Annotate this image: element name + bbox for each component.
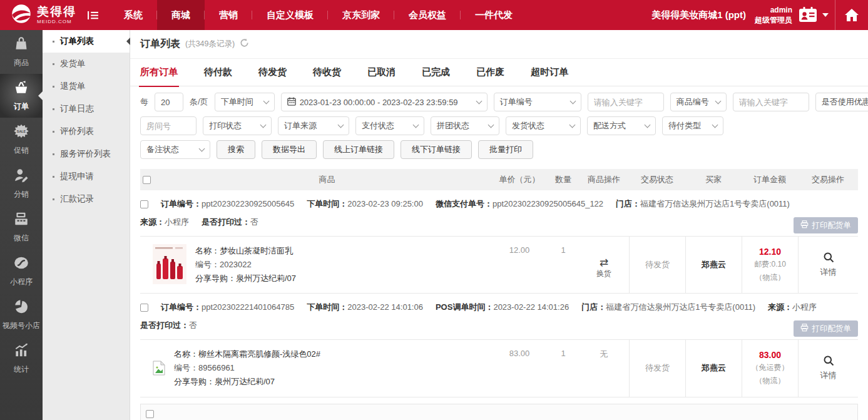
chevron-down-icon (199, 145, 205, 151)
nav-item-member-benefits[interactable]: 会员权益 (394, 0, 461, 30)
nav-item-mall[interactable]: 商城 (157, 0, 205, 30)
export-button[interactable]: 数据导出 (262, 140, 317, 159)
offline-order-link-button[interactable]: 线下订单链接 (401, 140, 472, 159)
tab-completed[interactable]: 已完成 (422, 59, 450, 86)
store-field: 门店：福建省万信达泉州万达店1号专卖店(0011) (581, 302, 755, 313)
nav-item-system[interactable]: 系统 (110, 0, 157, 30)
broken-image-icon[interactable] (153, 361, 165, 376)
swap-goods-action[interactable]: ⇄ 换货 (579, 237, 629, 293)
tab-voided[interactable]: 已作废 (476, 59, 504, 86)
row-checkbox[interactable] (140, 200, 148, 208)
order-detail-action[interactable]: 详情 (798, 237, 858, 293)
person-pencil-icon (13, 167, 29, 186)
chevron-down-icon (569, 98, 576, 104)
home-icon[interactable] (835, 0, 868, 30)
sidebar-item-orders[interactable]: 订单 (0, 74, 43, 118)
print-status-select[interactable]: 打印状态 (203, 116, 272, 135)
print-pick-list-button[interactable]: 打印配货单 (794, 217, 859, 233)
submenu-item-return-list[interactable]: 退货单 (43, 75, 130, 98)
menu-collapse-icon[interactable] (88, 11, 98, 20)
col-trade-status: 交易状态 (629, 174, 685, 185)
room-no-input[interactable] (146, 121, 190, 131)
tab-all-orders[interactable]: 所有订单 (140, 59, 178, 86)
brand-logo[interactable]: 美得得 MEIDD.COM (0, 3, 85, 28)
sidebar-item-statistics[interactable]: 统计 (0, 337, 43, 381)
pay-type-select[interactable]: 待付类型 (662, 116, 723, 135)
tab-cancelled[interactable]: 已取消 (367, 59, 396, 86)
id-card-icon[interactable] (799, 7, 817, 23)
order-amount: 83.00 (759, 350, 781, 360)
goods-bag-icon (13, 36, 29, 54)
order-no-select[interactable]: 订单编号 (494, 93, 581, 111)
col-order-amount: 订单金额 (742, 174, 798, 185)
row-checkbox[interactable] (146, 410, 154, 418)
nav-item-custom-template[interactable]: 自定义模板 (252, 0, 328, 30)
sidebar-item-goods[interactable]: 商品 (0, 30, 43, 74)
svg-text:SALE: SALE (17, 130, 26, 133)
pos-adjust-time-field: POS调单时间：2023-02-22 14:01:26 (436, 302, 569, 313)
top-nav-menu: 系统 商城 营销 自定义模板 京东到家 会员权益 一件代发 (110, 0, 527, 30)
tab-timeout-orders[interactable]: 超时订单 (531, 59, 568, 86)
online-order-link-button[interactable]: 线上订单链接 (323, 140, 394, 159)
product-no-select[interactable]: 商品编号 (670, 93, 727, 111)
select-all-checkbox[interactable] (143, 176, 151, 184)
tab-pending-receipt[interactable]: 待收货 (313, 59, 341, 86)
page-header: 订单列表 (共349条记录) (130, 30, 868, 59)
product-keyword-input[interactable] (739, 98, 803, 107)
submenu-item-withdrawal-request[interactable]: 提现申请 (43, 165, 130, 188)
order-time-select[interactable]: 下单时间 (215, 93, 275, 111)
refresh-icon[interactable] (240, 38, 249, 50)
submenu-item-order-list[interactable]: 订单列表 (43, 30, 130, 53)
submenu-item-remittance-record[interactable]: 汇款记录 (43, 188, 130, 210)
submenu-item-review-list[interactable]: 评价列表 (43, 120, 130, 143)
sidebar-item-promotion[interactable]: SALE 促销 (0, 118, 43, 161)
sidebar-item-video-shop[interactable]: 视频号小店 (0, 293, 43, 337)
top-nav: 美得得 MEIDD.COM 系统 商城 营销 自定义模板 京东到家 会员权益 一… (0, 0, 868, 30)
wechat-pay-no-field: 微信支付单号：ppt202302230925005645_122 (436, 198, 603, 210)
sidebar-item-wechat[interactable]: 微信 (0, 205, 43, 249)
per-page-suffix: 条/页 (190, 96, 208, 108)
nav-item-dropshipping[interactable]: 一件代发 (461, 0, 527, 30)
order-keyword-input[interactable] (594, 98, 658, 107)
nav-item-marketing[interactable]: 营销 (205, 0, 252, 30)
per-page-input[interactable] (161, 98, 177, 107)
logistics-line: （物流） (755, 272, 785, 283)
submenu-item-service-review-list[interactable]: 服务评价列表 (43, 143, 130, 165)
order-product-row: 名称：梦妆山茶凝时洁面乳 编号：2023022 分享导购：泉州万达纪莉/07 1… (140, 236, 858, 294)
user-info: admin 超级管理员 (755, 5, 792, 25)
user-menu-caret-icon[interactable] (822, 13, 829, 17)
order-amount: 12.10 (759, 247, 781, 257)
order-source-select[interactable]: 订单来源 (278, 116, 349, 135)
tab-pending-payment[interactable]: 待付款 (204, 59, 232, 86)
submenu-item-order-log[interactable]: 订单日志 (43, 98, 130, 120)
order-time-field: 下单时间：2023-02-23 09:25:00 (307, 198, 423, 210)
group-status-select[interactable]: 拼团状态 (431, 116, 499, 135)
pay-status-select[interactable]: 支付状态 (355, 116, 424, 135)
submenu-item-shipment-list[interactable]: 发货单 (43, 53, 130, 75)
row-checkbox[interactable] (140, 304, 148, 312)
print-pick-list-button[interactable]: 打印配货单 (794, 320, 859, 337)
product-keyword-input-wrap (733, 93, 809, 111)
col-quantity: 数量 (548, 174, 579, 185)
user-name: admin (755, 5, 792, 15)
batch-print-button[interactable]: 批量打印 (478, 140, 533, 159)
tab-pending-shipment[interactable]: 待发货 (258, 59, 287, 86)
filter-row-1: 每 条/页 下单时间 2023-01-23 00:00:00 - 2023-02… (140, 93, 858, 111)
product-image[interactable] (153, 244, 186, 284)
sidebar-item-distribution[interactable]: 分销 (0, 161, 43, 205)
date-range-picker[interactable]: 2023-01-23 00:00:00 - 2023-02-23 23:59:5… (281, 93, 488, 111)
table-header: 商品 单价（元） 数量 商品操作 交易状态 买家 订单金额 交易操作 (140, 169, 858, 190)
sidebar-item-miniprogram[interactable]: 小程序 (0, 249, 43, 293)
order-detail-action[interactable]: 详情 (798, 340, 858, 396)
ship-status-select[interactable]: 发货状态 (506, 116, 581, 135)
order-card: 订单编号：ppt202302230925005645 下单时间：2023-02-… (140, 190, 858, 294)
product-sku: 编号：2023022 (195, 258, 296, 272)
trade-status: 待发货 (629, 237, 685, 293)
nav-item-jd-home[interactable]: 京东到家 (328, 0, 394, 30)
search-button[interactable]: 搜索 (217, 140, 255, 159)
product-action-none: 无 (579, 340, 629, 396)
remark-status-select[interactable]: 备注状态 (140, 140, 210, 159)
coupon-used-select[interactable]: 是否使用优惠券 (815, 93, 868, 111)
chevron-down-icon (488, 121, 494, 128)
delivery-method-select[interactable]: 配送方式 (587, 116, 656, 135)
